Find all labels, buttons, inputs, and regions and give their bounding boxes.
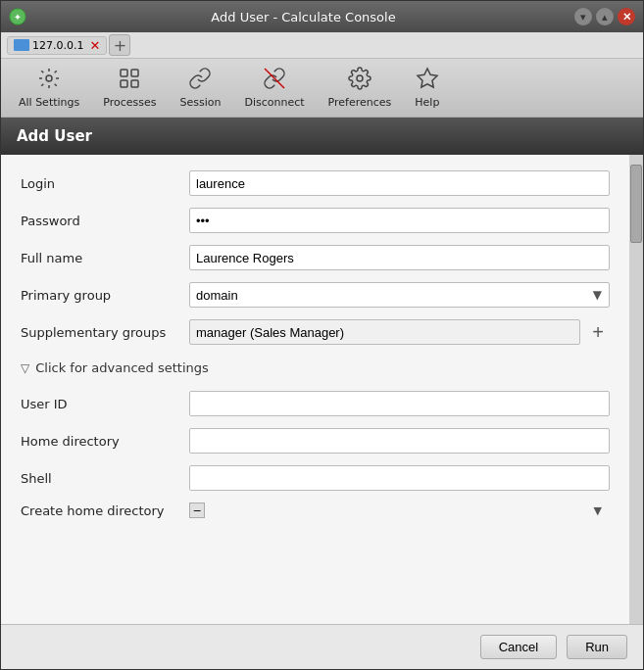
preferences-icon (348, 67, 372, 94)
fullname-label: Full name (21, 251, 177, 265)
createhome-dropdown-icon: ▼ (594, 504, 602, 517)
primarygroup-select[interactable]: domain (189, 282, 610, 308)
all-settings-icon (37, 67, 61, 94)
svg-point-2 (46, 75, 52, 81)
close-button[interactable]: ✕ (618, 8, 635, 25)
session-icon (188, 67, 212, 94)
password-input[interactable] (189, 208, 610, 233)
monitor-icon (14, 39, 29, 51)
toolbar-disconnect[interactable]: Disconnect (236, 63, 312, 113)
minimize-button[interactable]: ▾ (574, 8, 592, 25)
tab-label: 127.0.0.1 (32, 39, 83, 52)
login-label: Login (21, 176, 177, 191)
session-label: Session (180, 96, 222, 109)
cancel-button[interactable]: Cancel (480, 635, 557, 659)
suppgroups-label: Supplementary groups (21, 325, 177, 340)
homedir-input[interactable] (189, 428, 610, 454)
suppgroups-add-button[interactable]: + (586, 320, 610, 344)
tab-item[interactable]: 127.0.0.1 ✕ (7, 36, 107, 55)
homedir-label: Home directory (21, 434, 177, 449)
form-content: Login Password Full name Primary group d… (1, 155, 629, 624)
userid-label: User ID (21, 397, 177, 411)
titlebar: ✦ Add User - Calculate Console ▾ ▴ ✕ (1, 1, 643, 32)
advanced-toggle-icon: ▽ (21, 361, 29, 375)
window-controls: ▾ ▴ ✕ (574, 8, 635, 25)
shell-input[interactable] (189, 465, 610, 491)
processes-label: Processes (103, 96, 156, 109)
createhome-checkbox[interactable]: − (189, 502, 205, 518)
disconnect-icon (263, 67, 286, 94)
tab-close-button[interactable]: ✕ (89, 38, 100, 53)
app-icon: ✦ (9, 8, 26, 25)
scrollbar-track[interactable] (629, 155, 643, 624)
help-label: Help (415, 96, 439, 109)
svg-marker-9 (418, 69, 437, 87)
footer: Cancel Run (1, 624, 643, 669)
createhome-row: Create home directory − ▼ (21, 502, 610, 518)
toolbar-all-settings[interactable]: All Settings (11, 63, 87, 113)
toolbar-processes[interactable]: Processes (95, 63, 164, 113)
shell-row: Shell (21, 465, 610, 491)
toolbar: All Settings Processes Session (1, 59, 643, 118)
main-area: Login Password Full name Primary group d… (1, 155, 643, 624)
scrollbar-thumb[interactable] (630, 165, 642, 243)
createhome-wrapper: − ▼ (189, 502, 610, 518)
preferences-label: Preferences (328, 96, 392, 109)
tab-add-button[interactable]: + (109, 34, 130, 56)
createhome-label: Create home directory (21, 503, 177, 518)
svg-rect-6 (121, 80, 127, 87)
primarygroup-select-wrapper: domain ▼ (189, 282, 610, 308)
processes-icon (118, 67, 141, 94)
maximize-button[interactable]: ▴ (596, 8, 614, 25)
shell-label: Shell (21, 471, 177, 486)
window-title: Add User - Calculate Console (32, 10, 574, 24)
section-header: Add User (1, 118, 643, 155)
svg-point-8 (357, 75, 363, 81)
suppgroups-wrapper: + (189, 319, 610, 345)
fullname-row: Full name (21, 245, 610, 270)
tabbar: 127.0.0.1 ✕ + (1, 32, 643, 59)
password-label: Password (21, 214, 177, 228)
login-row: Login (21, 170, 610, 196)
toolbar-help[interactable]: Help (407, 63, 447, 113)
primarygroup-label: Primary group (21, 288, 177, 303)
help-icon (416, 67, 439, 94)
toolbar-preferences[interactable]: Preferences (321, 63, 400, 113)
userid-row: User ID (21, 391, 610, 416)
all-settings-label: All Settings (19, 96, 79, 109)
login-input[interactable] (189, 170, 610, 196)
main-window: ✦ Add User - Calculate Console ▾ ▴ ✕ 127… (0, 0, 644, 670)
password-row: Password (21, 208, 610, 233)
svg-text:✦: ✦ (14, 12, 22, 23)
homedir-row: Home directory (21, 428, 610, 454)
disconnect-label: Disconnect (244, 96, 304, 109)
toolbar-session[interactable]: Session (173, 63, 229, 113)
svg-rect-3 (121, 70, 127, 76)
suppgroups-input[interactable] (189, 319, 580, 345)
svg-rect-4 (131, 70, 138, 76)
run-button[interactable]: Run (567, 635, 627, 659)
fullname-input[interactable] (189, 245, 610, 270)
userid-input[interactable] (189, 391, 610, 416)
svg-rect-5 (131, 80, 138, 87)
advanced-toggle[interactable]: ▽ Click for advanced settings (21, 357, 610, 379)
suppgroups-row: Supplementary groups + (21, 319, 610, 345)
advanced-toggle-label: Click for advanced settings (35, 360, 209, 375)
primarygroup-row: Primary group domain ▼ (21, 282, 610, 308)
